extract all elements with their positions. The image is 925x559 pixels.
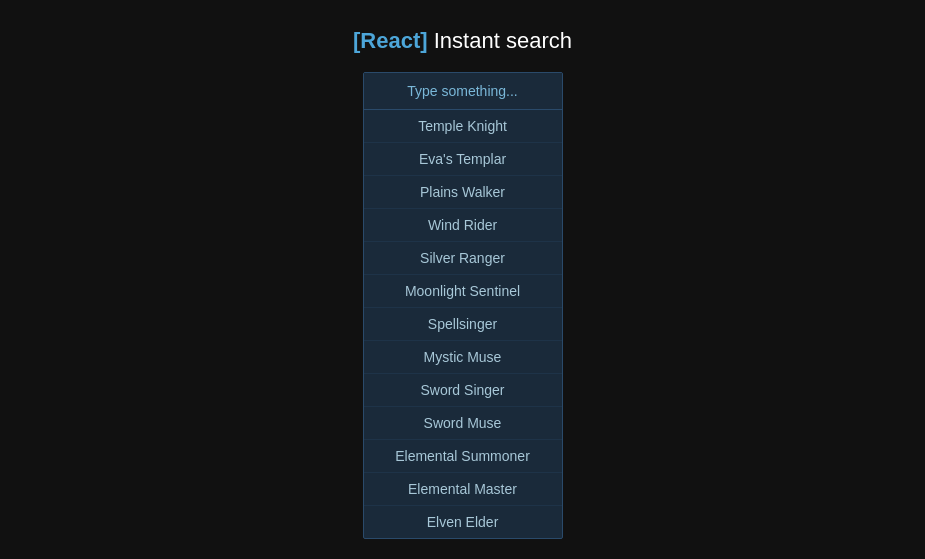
react-label: [React] — [353, 28, 428, 53]
list-item[interactable]: Silver Ranger — [364, 242, 562, 275]
list-item[interactable]: Elemental Summoner — [364, 440, 562, 473]
title-text: Instant search — [434, 28, 572, 53]
search-container: Temple KnightEva's TemplarPlains WalkerW… — [363, 72, 563, 539]
list-item[interactable]: Mystic Muse — [364, 341, 562, 374]
list-item[interactable]: Wind Rider — [364, 209, 562, 242]
search-input[interactable] — [364, 73, 562, 110]
page-title: [React] Instant search — [353, 28, 572, 54]
list-item[interactable]: Sword Muse — [364, 407, 562, 440]
list-item[interactable]: Moonlight Sentinel — [364, 275, 562, 308]
list-item[interactable]: Spellsinger — [364, 308, 562, 341]
results-list: Temple KnightEva's TemplarPlains WalkerW… — [364, 110, 562, 538]
list-item[interactable]: Temple Knight — [364, 110, 562, 143]
list-item[interactable]: Elemental Master — [364, 473, 562, 506]
list-item[interactable]: Eva's Templar — [364, 143, 562, 176]
list-item[interactable]: Elven Elder — [364, 506, 562, 538]
list-item[interactable]: Sword Singer — [364, 374, 562, 407]
list-item[interactable]: Plains Walker — [364, 176, 562, 209]
